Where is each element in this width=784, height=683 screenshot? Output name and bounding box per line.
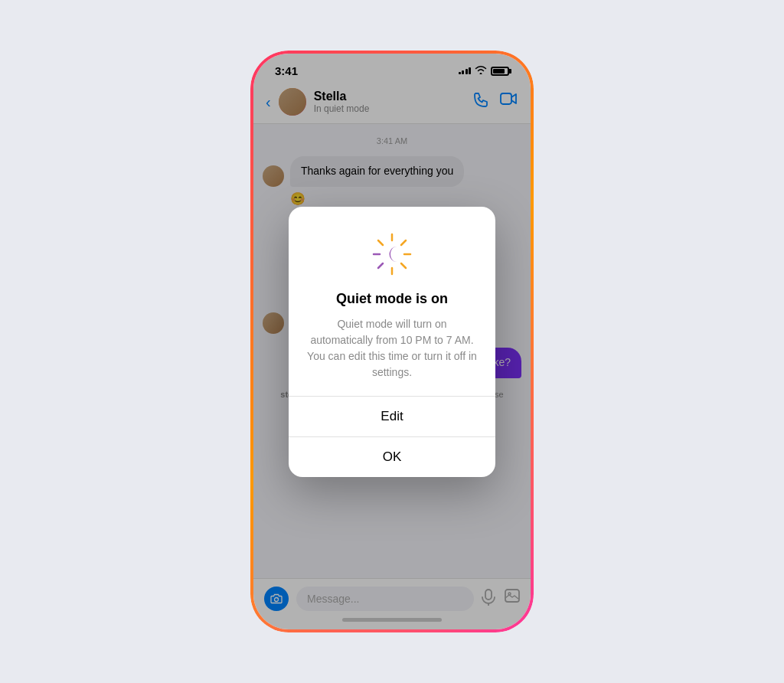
svg-line-15: [401, 263, 406, 268]
quiet-mode-icon: [368, 230, 416, 279]
modal-overlay: Quiet mode is on Quiet mode will turn on…: [253, 54, 531, 629]
svg-line-17: [378, 263, 383, 268]
svg-line-14: [378, 240, 383, 245]
modal-description: Quiet mode will turn on automatically fr…: [307, 316, 477, 381]
modal-card: Quiet mode is on Quiet mode will turn on…: [289, 207, 495, 477]
svg-line-16: [401, 240, 406, 245]
edit-button[interactable]: Edit: [289, 397, 495, 436]
phone-wrapper: 3:41: [250, 51, 534, 632]
modal-body: Quiet mode is on Quiet mode will turn on…: [289, 207, 495, 396]
modal-title: Quiet mode is on: [307, 291, 477, 307]
ok-button[interactable]: OK: [289, 437, 495, 477]
phone-screen: 3:41: [253, 54, 531, 629]
